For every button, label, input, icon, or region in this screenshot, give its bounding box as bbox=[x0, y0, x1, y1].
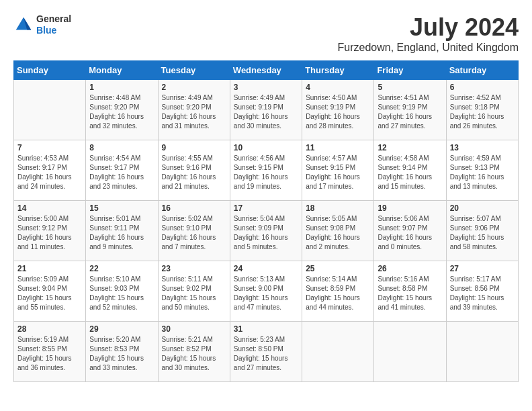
calendar-day-cell: 7Sunrise: 4:53 AMSunset: 9:17 PMDaylight… bbox=[14, 140, 86, 201]
calendar-day-cell: 6Sunrise: 4:52 AMSunset: 9:18 PMDaylight… bbox=[446, 80, 518, 140]
weekday-header: Tuesday bbox=[158, 61, 230, 80]
day-number: 20 bbox=[450, 203, 515, 213]
calendar-day-cell: 27Sunrise: 5:17 AMSunset: 8:56 PMDayligh… bbox=[446, 261, 518, 322]
day-info: Sunrise: 4:51 AMSunset: 9:19 PMDaylight:… bbox=[378, 93, 442, 131]
logo-icon bbox=[13, 15, 34, 35]
calendar-day-cell: 23Sunrise: 5:11 AMSunset: 9:02 PMDayligh… bbox=[158, 261, 230, 322]
calendar-day-cell: 25Sunrise: 5:14 AMSunset: 8:59 PMDayligh… bbox=[302, 261, 374, 322]
day-number: 9 bbox=[162, 143, 226, 152]
calendar-header-row: SundayMondayTuesdayWednesdayThursdayFrid… bbox=[14, 61, 519, 80]
calendar-day-cell: 18Sunrise: 5:05 AMSunset: 9:08 PMDayligh… bbox=[302, 201, 374, 261]
calendar-day-cell bbox=[302, 322, 374, 382]
calendar-day-cell: 20Sunrise: 5:07 AMSunset: 9:06 PMDayligh… bbox=[446, 201, 518, 261]
day-number: 15 bbox=[89, 203, 154, 213]
day-number: 13 bbox=[450, 143, 515, 152]
day-info: Sunrise: 5:13 AMSunset: 9:00 PMDaylight:… bbox=[234, 275, 298, 312]
day-number: 24 bbox=[234, 264, 298, 273]
day-info: Sunrise: 5:16 AMSunset: 8:58 PMDaylight:… bbox=[378, 275, 442, 312]
calendar-day-cell: 17Sunrise: 5:04 AMSunset: 9:09 PMDayligh… bbox=[230, 201, 302, 261]
day-info: Sunrise: 5:04 AMSunset: 9:09 PMDaylight:… bbox=[234, 214, 298, 252]
day-number: 30 bbox=[162, 324, 226, 334]
day-number: 10 bbox=[234, 143, 298, 152]
day-info: Sunrise: 4:59 AMSunset: 9:13 PMDaylight:… bbox=[450, 154, 515, 191]
logo-text: General Blue bbox=[36, 13, 71, 36]
day-info: Sunrise: 5:09 AMSunset: 9:04 PMDaylight:… bbox=[17, 275, 82, 312]
calendar-day-cell: 31Sunrise: 5:23 AMSunset: 8:50 PMDayligh… bbox=[230, 322, 302, 382]
day-number: 25 bbox=[306, 264, 370, 273]
day-number: 1 bbox=[89, 83, 154, 92]
day-number: 19 bbox=[378, 203, 442, 213]
day-number: 16 bbox=[162, 203, 226, 213]
calendar-day-cell: 10Sunrise: 4:56 AMSunset: 9:15 PMDayligh… bbox=[230, 140, 302, 201]
calendar-week-row: 28Sunrise: 5:19 AMSunset: 8:55 PMDayligh… bbox=[14, 322, 519, 382]
day-info: Sunrise: 5:17 AMSunset: 8:56 PMDaylight:… bbox=[450, 275, 515, 312]
calendar-table: SundayMondayTuesdayWednesdayThursdayFrid… bbox=[13, 60, 519, 382]
day-info: Sunrise: 5:20 AMSunset: 8:53 PMDaylight:… bbox=[89, 335, 154, 373]
calendar-day-cell: 14Sunrise: 5:00 AMSunset: 9:12 PMDayligh… bbox=[14, 201, 86, 261]
day-info: Sunrise: 5:07 AMSunset: 9:06 PMDaylight:… bbox=[450, 214, 515, 252]
day-number: 27 bbox=[450, 264, 515, 273]
weekday-header: Monday bbox=[86, 61, 158, 80]
calendar-day-cell: 3Sunrise: 4:49 AMSunset: 9:19 PMDaylight… bbox=[230, 80, 302, 140]
calendar-week-row: 7Sunrise: 4:53 AMSunset: 9:17 PMDaylight… bbox=[14, 140, 519, 201]
day-info: Sunrise: 5:14 AMSunset: 8:59 PMDaylight:… bbox=[306, 275, 370, 312]
day-number: 17 bbox=[234, 203, 298, 213]
calendar-day-cell: 21Sunrise: 5:09 AMSunset: 9:04 PMDayligh… bbox=[14, 261, 86, 322]
calendar-day-cell: 4Sunrise: 4:50 AMSunset: 9:19 PMDaylight… bbox=[302, 80, 374, 140]
calendar-day-cell: 29Sunrise: 5:20 AMSunset: 8:53 PMDayligh… bbox=[86, 322, 158, 382]
day-info: Sunrise: 4:55 AMSunset: 9:16 PMDaylight:… bbox=[162, 154, 226, 191]
day-number: 11 bbox=[306, 143, 370, 152]
day-info: Sunrise: 4:50 AMSunset: 9:19 PMDaylight:… bbox=[306, 93, 370, 131]
calendar-day-cell bbox=[446, 322, 518, 382]
calendar-day-cell: 22Sunrise: 5:10 AMSunset: 9:03 PMDayligh… bbox=[86, 261, 158, 322]
day-info: Sunrise: 4:53 AMSunset: 9:17 PMDaylight:… bbox=[17, 154, 82, 191]
calendar-day-cell: 8Sunrise: 4:54 AMSunset: 9:17 PMDaylight… bbox=[86, 140, 158, 201]
weekday-header: Friday bbox=[374, 61, 446, 80]
day-number: 3 bbox=[234, 83, 298, 92]
day-number: 12 bbox=[378, 143, 442, 152]
calendar-day-cell bbox=[374, 322, 446, 382]
day-info: Sunrise: 4:54 AMSunset: 9:17 PMDaylight:… bbox=[89, 154, 154, 191]
calendar-day-cell: 13Sunrise: 4:59 AMSunset: 9:13 PMDayligh… bbox=[446, 140, 518, 201]
calendar-day-cell: 5Sunrise: 4:51 AMSunset: 9:19 PMDaylight… bbox=[374, 80, 446, 140]
day-info: Sunrise: 4:56 AMSunset: 9:15 PMDaylight:… bbox=[234, 154, 298, 191]
day-info: Sunrise: 4:58 AMSunset: 9:14 PMDaylight:… bbox=[378, 154, 442, 191]
weekday-header: Thursday bbox=[302, 61, 374, 80]
day-number: 18 bbox=[306, 203, 370, 213]
day-number: 31 bbox=[234, 324, 298, 334]
day-info: Sunrise: 5:10 AMSunset: 9:03 PMDaylight:… bbox=[89, 275, 154, 312]
logo: General Blue bbox=[13, 13, 71, 36]
weekday-header: Sunday bbox=[14, 61, 86, 80]
calendar-day-cell: 26Sunrise: 5:16 AMSunset: 8:58 PMDayligh… bbox=[374, 261, 446, 322]
calendar-day-cell: 15Sunrise: 5:01 AMSunset: 9:11 PMDayligh… bbox=[86, 201, 158, 261]
day-info: Sunrise: 4:48 AMSunset: 9:20 PMDaylight:… bbox=[89, 93, 154, 131]
day-number: 14 bbox=[17, 203, 82, 213]
day-number: 26 bbox=[378, 264, 442, 273]
day-info: Sunrise: 5:21 AMSunset: 8:52 PMDaylight:… bbox=[162, 335, 226, 373]
calendar-day-cell: 24Sunrise: 5:13 AMSunset: 9:00 PMDayligh… bbox=[230, 261, 302, 322]
weekday-header: Saturday bbox=[446, 61, 518, 80]
day-info: Sunrise: 5:23 AMSunset: 8:50 PMDaylight:… bbox=[234, 335, 298, 373]
day-info: Sunrise: 4:52 AMSunset: 9:18 PMDaylight:… bbox=[450, 93, 515, 131]
calendar-day-cell: 19Sunrise: 5:06 AMSunset: 9:07 PMDayligh… bbox=[374, 201, 446, 261]
header: General Blue July 2024 Furzedown, Englan… bbox=[13, 13, 519, 54]
day-info: Sunrise: 5:02 AMSunset: 9:10 PMDaylight:… bbox=[162, 214, 226, 252]
calendar-day-cell: 12Sunrise: 4:58 AMSunset: 9:14 PMDayligh… bbox=[374, 140, 446, 201]
day-info: Sunrise: 4:49 AMSunset: 9:19 PMDaylight:… bbox=[234, 93, 298, 131]
calendar-day-cell: 2Sunrise: 4:49 AMSunset: 9:20 PMDaylight… bbox=[158, 80, 230, 140]
calendar-week-row: 14Sunrise: 5:00 AMSunset: 9:12 PMDayligh… bbox=[14, 201, 519, 261]
day-number: 6 bbox=[450, 83, 515, 92]
day-info: Sunrise: 5:19 AMSunset: 8:55 PMDaylight:… bbox=[17, 335, 82, 373]
day-number: 2 bbox=[162, 83, 226, 92]
calendar-day-cell: 11Sunrise: 4:57 AMSunset: 9:15 PMDayligh… bbox=[302, 140, 374, 201]
calendar-day-cell: 9Sunrise: 4:55 AMSunset: 9:16 PMDaylight… bbox=[158, 140, 230, 201]
calendar-day-cell bbox=[14, 80, 86, 140]
weekday-header: Wednesday bbox=[230, 61, 302, 80]
calendar-day-cell: 16Sunrise: 5:02 AMSunset: 9:10 PMDayligh… bbox=[158, 201, 230, 261]
day-number: 5 bbox=[378, 83, 442, 92]
day-info: Sunrise: 5:01 AMSunset: 9:11 PMDaylight:… bbox=[89, 214, 154, 252]
calendar-week-row: 1Sunrise: 4:48 AMSunset: 9:20 PMDaylight… bbox=[14, 80, 519, 140]
day-number: 29 bbox=[89, 324, 154, 334]
day-number: 22 bbox=[89, 264, 154, 273]
day-info: Sunrise: 4:49 AMSunset: 9:20 PMDaylight:… bbox=[162, 93, 226, 131]
